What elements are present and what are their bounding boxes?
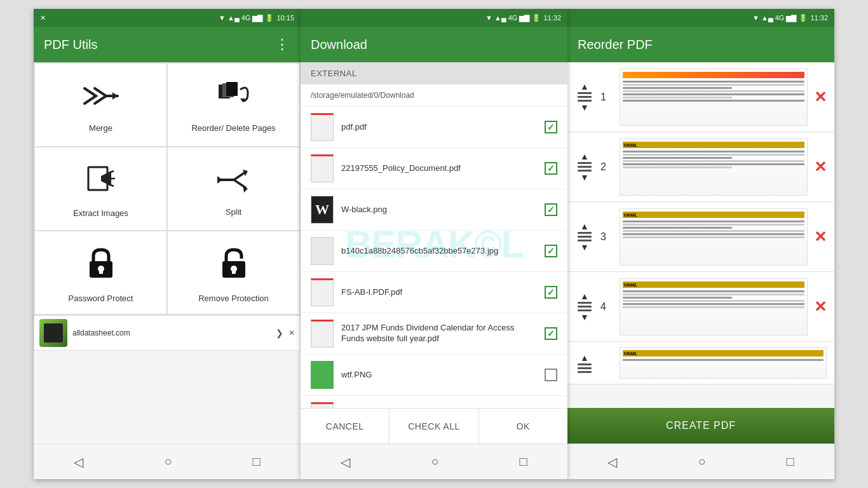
- arrows-2: ▲ ▼: [575, 152, 594, 182]
- file-checkbox-4[interactable]: ✓: [545, 245, 557, 257]
- delete-button-1[interactable]: ✕: [814, 88, 827, 106]
- recents-button-3[interactable]: □: [773, 449, 806, 474]
- bottom-nav-1: ◁ ○ □: [34, 444, 301, 479]
- page-thumb-2: YAML: [620, 139, 808, 196]
- feature-extract[interactable]: Extract Images: [35, 147, 166, 230]
- down-arrow-2[interactable]: ▼: [580, 173, 589, 182]
- svg-marker-0: [112, 92, 118, 100]
- back-button-1[interactable]: ◁: [61, 449, 96, 475]
- file-checkbox-6[interactable]: ✓: [545, 327, 557, 340]
- ad-text: alldatasheet.com: [72, 329, 271, 337]
- file-item-8[interactable]: A17_FlightPlan.pdf: [301, 396, 567, 408]
- drag-handle-3[interactable]: [578, 232, 592, 241]
- page-num-1: 1: [600, 92, 613, 103]
- ok-button[interactable]: OK: [479, 409, 567, 444]
- screen3: ▼ ▲▄ 4G ▆▇ 🔋 11:32 Reorder PDF ▲ ▼ 1: [567, 9, 834, 479]
- battery-3: 🔋: [799, 14, 808, 22]
- down-arrow-4[interactable]: ▼: [580, 313, 589, 322]
- cancel-button[interactable]: CANCEL: [301, 409, 390, 444]
- file-item-5[interactable]: FS-AB-I.PDF.pdf ✓: [301, 272, 567, 313]
- file-name-3: W-black.png: [341, 205, 537, 215]
- feature-password[interactable]: Password Protect: [35, 231, 166, 314]
- file-checkbox-5[interactable]: ✓: [545, 286, 557, 299]
- file-item-1[interactable]: pdf.pdf ✓: [301, 107, 567, 148]
- storage-label: EXTERNAL: [301, 62, 567, 85]
- home-button-1[interactable]: ○: [151, 449, 184, 474]
- thumb-content-2: YAML: [620, 139, 807, 195]
- check-all-button[interactable]: CHECK ALL: [390, 409, 478, 444]
- reorder-label: Reorder/ Delete Pages: [191, 123, 275, 133]
- drag-handle-4[interactable]: [578, 302, 592, 311]
- app-bar-1: PDF Utils ⋮: [34, 27, 301, 62]
- file-checkbox-7[interactable]: [545, 369, 557, 381]
- file-icon-5: [311, 278, 334, 306]
- home-button-2[interactable]: ○: [418, 449, 451, 474]
- reorder-item-1: ▲ ▼ 1 ✕: [567, 62, 834, 132]
- download-title: Download: [311, 37, 557, 52]
- up-arrow-1[interactable]: ▲: [580, 82, 589, 91]
- feature-split[interactable]: Split: [168, 147, 299, 230]
- page-thumb-4: YAML: [620, 278, 808, 336]
- app-title-1: PDF Utils: [44, 37, 275, 52]
- file-item-7[interactable]: wtf.PNG: [301, 355, 567, 396]
- file-item-4[interactable]: b140c1a88b248576cb5af32bbe57e273.jpg ✓: [301, 231, 567, 272]
- svg-marker-10: [217, 176, 222, 184]
- ad-image: [39, 319, 67, 347]
- screen2: BERAK©L ▼ ▲▄ 4G ▆▇ 🔋 11:32 Download EXTE…: [301, 9, 567, 479]
- recents-button-2[interactable]: □: [506, 449, 539, 474]
- back-button-3[interactable]: ◁: [595, 449, 630, 475]
- svg-rect-3: [226, 82, 238, 96]
- bottom-nav-2: ◁ ○ □: [301, 444, 567, 479]
- recents-button-1[interactable]: □: [240, 449, 273, 474]
- reorder-icon: [216, 82, 252, 117]
- up-arrow-3[interactable]: ▲: [580, 222, 589, 231]
- feature-remove-protection[interactable]: Remove Protection: [168, 231, 299, 314]
- unlock-icon: [219, 247, 249, 287]
- delete-button-2[interactable]: ✕: [814, 158, 827, 176]
- drag-handle-5[interactable]: [578, 363, 592, 373]
- down-arrow-3[interactable]: ▼: [580, 243, 589, 252]
- ad-arrow-icon[interactable]: ❯: [276, 328, 283, 338]
- up-arrow-5[interactable]: ▲: [580, 353, 589, 362]
- down-arrow-1[interactable]: ▼: [580, 103, 589, 112]
- delete-button-3[interactable]: ✕: [814, 228, 827, 246]
- drag-handle-1[interactable]: [578, 92, 592, 102]
- more-menu-button[interactable]: ⋮: [275, 36, 290, 53]
- file-item-3[interactable]: W W-black.png ✓: [301, 189, 567, 231]
- status-bar-3: ▼ ▲▄ 4G ▆▇ 🔋 11:32: [567, 9, 834, 27]
- file-checkbox-2[interactable]: ✓: [545, 162, 557, 175]
- ad-close-button[interactable]: ✕: [288, 329, 295, 337]
- thumb-content-4: YAML: [620, 279, 807, 335]
- drag-handle-2[interactable]: [578, 162, 592, 172]
- signal-icons-3: ▼ ▲▄ 4G ▆▇: [752, 14, 796, 22]
- file-item-6[interactable]: 2017 JPM Funds Dividend Calendar for Acc…: [301, 313, 567, 355]
- arrows-5: ▲: [575, 353, 594, 373]
- home-button-3[interactable]: ○: [685, 449, 718, 474]
- time-3: 11:32: [810, 14, 828, 22]
- reorder-list: ▲ ▼ 1 ✕: [567, 62, 834, 408]
- feature-merge[interactable]: Merge: [35, 64, 166, 146]
- file-icon-2: [311, 154, 334, 182]
- feature-grid: Merge Reorder/ Delete Pages: [34, 62, 301, 315]
- file-name-7: wtf.PNG: [341, 370, 537, 381]
- status-bar-left-1: ✕: [40, 14, 46, 22]
- status-bar-right-2: ▼ ▲▄ 4G ▆▇ 🔋 11:32: [485, 14, 561, 22]
- file-checkbox-3[interactable]: ✓: [545, 203, 557, 216]
- file-item-2[interactable]: 22197555_Policy_Document.pdf ✓: [301, 148, 567, 189]
- remove-protection-label: Remove Protection: [198, 294, 269, 303]
- notification-icon: ✕: [40, 14, 46, 22]
- create-pdf-button[interactable]: CREATE PDF: [567, 408, 834, 444]
- ad-banner[interactable]: alldatasheet.com ❯ ✕: [34, 315, 301, 351]
- up-arrow-2[interactable]: ▲: [580, 152, 589, 161]
- back-button-2[interactable]: ◁: [328, 449, 363, 475]
- thumb-content-1: [620, 69, 807, 125]
- file-icon-1: [311, 113, 334, 141]
- file-icon-8: [311, 402, 334, 408]
- up-arrow-4[interactable]: ▲: [580, 292, 589, 301]
- status-bar-1: ✕ ▼ ▲▄ 4G ▆▇ 🔋 10:15: [34, 9, 301, 27]
- merge-label: Merge: [89, 123, 112, 133]
- delete-button-4[interactable]: ✕: [814, 298, 827, 316]
- page-thumb-3: YAML: [620, 208, 808, 266]
- file-checkbox-1[interactable]: ✓: [545, 121, 557, 133]
- feature-reorder[interactable]: Reorder/ Delete Pages: [168, 64, 299, 146]
